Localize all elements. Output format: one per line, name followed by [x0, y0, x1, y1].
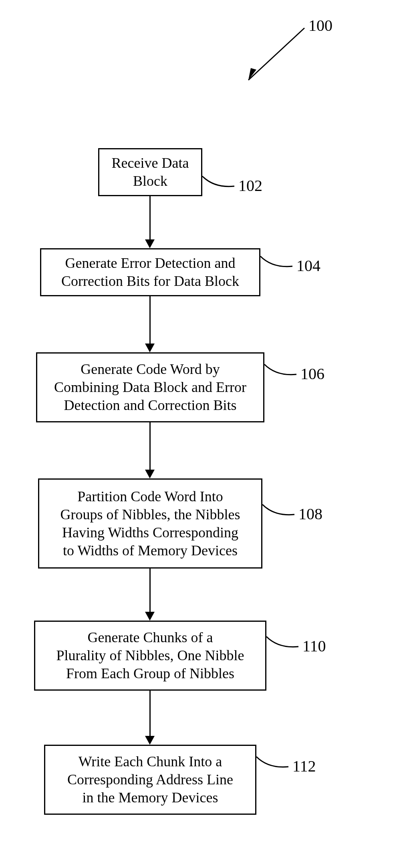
ref-label-108: 108	[298, 504, 322, 523]
arrowhead-3	[145, 470, 155, 478]
ref-label-102: 102	[238, 176, 262, 195]
box-generate-code-word: Generate Code Word by Combining Data Blo…	[36, 352, 264, 422]
arrow-2	[149, 296, 151, 344]
ref-label-106: 106	[300, 364, 324, 383]
arrowhead-4	[145, 612, 155, 621]
box-receive-data: Receive Data Block	[98, 148, 202, 196]
box-102-text: Receive Data Block	[112, 154, 189, 190]
arrow-5	[149, 691, 151, 737]
arrow-1	[149, 196, 151, 240]
ref-label-104: 104	[296, 256, 320, 275]
ref-label-112: 112	[292, 757, 316, 776]
arrow-3	[149, 422, 151, 470]
box-112-text: Write Each Chunk Into a Corresponding Ad…	[67, 753, 233, 807]
ref-label-110: 110	[302, 637, 326, 655]
box-generate-chunks: Generate Chunks of a Plurality of Nibble…	[34, 621, 266, 691]
arrow-4	[149, 569, 151, 613]
box-110-text: Generate Chunks of a Plurality of Nibble…	[56, 629, 244, 683]
box-106-text: Generate Code Word by Combining Data Blo…	[54, 360, 246, 414]
box-partition-code-word: Partition Code Word Into Groups of Nibbl…	[38, 478, 262, 569]
arrowhead-2	[145, 344, 155, 352]
flowchart-canvas: 100 Receive Data Block 102 Generate Erro…	[0, 0, 407, 868]
arrowhead-1	[145, 239, 155, 248]
arrowhead-5	[145, 736, 155, 745]
box-104-text: Generate Error Detection and Correction …	[61, 254, 239, 290]
box-generate-edc-bits: Generate Error Detection and Correction …	[40, 248, 260, 296]
svg-line-0	[248, 28, 304, 80]
box-write-chunks: Write Each Chunk Into a Corresponding Ad…	[44, 745, 256, 815]
box-108-text: Partition Code Word Into Groups of Nibbl…	[60, 488, 240, 560]
